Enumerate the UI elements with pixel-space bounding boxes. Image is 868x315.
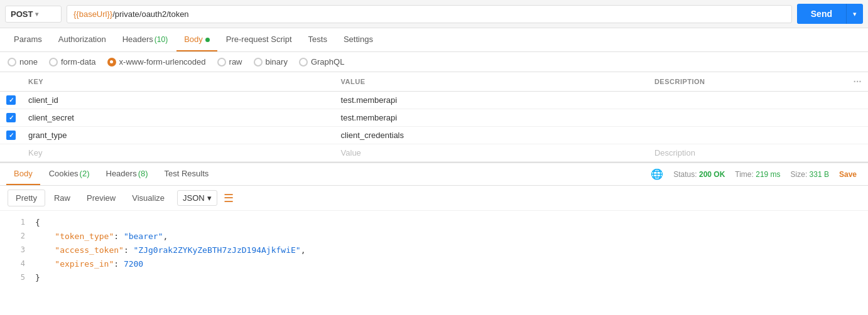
wrap-icon[interactable]: ☰ xyxy=(224,191,234,205)
json-line-5: 5 } xyxy=(0,271,868,285)
json-line-2: 2 "token_type": "bearer", xyxy=(0,230,868,243)
placeholder-row: Key Value Description xyxy=(0,144,868,162)
table-row: grant_type client_credentials xyxy=(0,127,868,144)
response-tab-body[interactable]: Body xyxy=(6,163,40,185)
more-icon[interactable]: ··· xyxy=(854,77,862,87)
tab-body[interactable]: Body xyxy=(176,28,217,51)
save-link[interactable]: Save xyxy=(839,170,857,179)
placeholder-desc[interactable]: Description xyxy=(648,144,847,162)
table-row: client_id test.memberapi xyxy=(0,92,868,109)
col-value-header: VALUE xyxy=(335,72,648,92)
row2-value[interactable]: test.memberapi xyxy=(335,109,648,127)
json-line-3: 3 "access_token": "ZJg0rak2ZYKyZeBTH7zJz… xyxy=(0,243,868,257)
radio-raw-circle xyxy=(217,58,226,67)
request-tabs: Params Authorization Headers(10) Body Pr… xyxy=(0,28,868,52)
method-label: POST xyxy=(11,9,33,19)
send-dropdown-button[interactable]: ▾ xyxy=(846,4,863,24)
response-tabs: Body Cookies(2) Headers(8) Test Results … xyxy=(0,163,868,186)
row3-more xyxy=(847,127,868,144)
row2-desc xyxy=(648,109,847,127)
radio-none-circle xyxy=(8,58,16,67)
url-template: {{baseUrl}} xyxy=(73,9,112,19)
format-row: Pretty Raw Preview Visualize JSON ▾ ☰ xyxy=(0,186,868,211)
size-value: 331 B xyxy=(810,170,829,179)
radio-none[interactable]: none xyxy=(8,57,38,67)
radio-binary[interactable]: binary xyxy=(254,57,288,67)
method-dropdown-arrow: ▾ xyxy=(35,11,38,18)
body-dot xyxy=(205,38,210,42)
response-section: Body Cookies(2) Headers(8) Test Results … xyxy=(0,162,868,290)
col-desc-header: DESCRIPTION xyxy=(648,72,847,92)
row1-more xyxy=(847,92,868,109)
radio-graphql-circle xyxy=(299,58,308,67)
time-value: 219 ms xyxy=(756,170,780,179)
method-select[interactable]: POST ▾ xyxy=(5,6,62,23)
fmt-tab-raw[interactable]: Raw xyxy=(46,190,78,206)
col-check-header xyxy=(0,72,22,92)
fmt-tab-preview[interactable]: Preview xyxy=(79,190,123,206)
row1-check[interactable] xyxy=(6,95,16,105)
row2-key[interactable]: client_secret xyxy=(22,109,335,127)
json-line-1: 1 { xyxy=(0,216,868,230)
tab-authorization[interactable]: Authorization xyxy=(51,28,114,51)
tab-params[interactable]: Params xyxy=(6,28,50,51)
send-button[interactable]: Send xyxy=(797,4,846,24)
row3-desc xyxy=(648,127,847,144)
row1-key[interactable]: client_id xyxy=(22,92,335,109)
send-button-group: Send ▾ xyxy=(797,4,863,24)
row2-check[interactable] xyxy=(6,113,16,122)
radio-x-www-form-urlencoded[interactable]: x-www-form-urlencoded xyxy=(107,57,206,67)
url-input[interactable]: {{baseUrl}}/private/oauth2/token xyxy=(67,5,792,23)
tab-tests[interactable]: Tests xyxy=(301,28,335,51)
radio-urlencoded-circle xyxy=(107,58,116,67)
body-type-row: none form-data x-www-form-urlencoded raw… xyxy=(0,52,868,72)
placeholder-key[interactable]: Key xyxy=(22,144,335,162)
row1-desc xyxy=(648,92,847,109)
row3-check[interactable] xyxy=(6,131,16,140)
placeholder-value[interactable]: Value xyxy=(335,144,648,162)
format-select-value: JSON xyxy=(183,193,205,203)
row3-key[interactable]: grant_type xyxy=(22,127,335,144)
response-tab-cookies[interactable]: Cookies(2) xyxy=(41,163,97,185)
status-value: 200 OK xyxy=(699,170,725,179)
params-table: KEY VALUE DESCRIPTION ··· client_id test… xyxy=(0,72,868,162)
tab-settings[interactable]: Settings xyxy=(336,28,381,51)
col-more-header: ··· xyxy=(847,72,868,92)
response-tab-test-results[interactable]: Test Results xyxy=(157,163,217,185)
json-viewer: 1 { 2 "token_type": "bearer", 3 "access_… xyxy=(0,211,868,290)
response-tab-headers[interactable]: Headers(8) xyxy=(99,163,156,185)
format-select-arrow: ▾ xyxy=(207,193,212,203)
json-line-4: 4 "expires_in": 7200 xyxy=(0,257,868,271)
fmt-tab-pretty[interactable]: Pretty xyxy=(8,190,45,206)
radio-binary-circle xyxy=(254,58,263,67)
radio-raw[interactable]: raw xyxy=(217,57,242,67)
format-select[interactable]: JSON ▾ xyxy=(177,190,217,206)
row1-value[interactable]: test.memberapi xyxy=(335,92,648,109)
size-label: Size: 331 B xyxy=(791,170,829,179)
tab-headers[interactable]: Headers(10) xyxy=(115,28,175,51)
table-row: client_secret test.memberapi xyxy=(0,109,868,127)
placeholder-more xyxy=(847,144,868,162)
tab-pre-request[interactable]: Pre-request Script xyxy=(219,28,300,51)
row2-more xyxy=(847,109,868,127)
radio-graphql[interactable]: GraphQL xyxy=(299,57,344,67)
time-label: Time: 219 ms xyxy=(735,170,780,179)
top-bar: POST ▾ {{baseUrl}}/private/oauth2/token … xyxy=(0,0,868,28)
radio-form-data[interactable]: form-data xyxy=(49,57,96,67)
globe-icon: 🌐 xyxy=(651,168,663,180)
response-status-bar: 🌐 Status: 200 OK Time: 219 ms Size: 331 … xyxy=(651,168,862,180)
fmt-tab-visualize[interactable]: Visualize xyxy=(124,190,172,206)
url-path: /private/oauth2/token xyxy=(112,9,188,19)
radio-form-data-circle xyxy=(49,58,58,67)
row3-value[interactable]: client_credentials xyxy=(335,127,648,144)
status-label: Status: 200 OK xyxy=(673,170,725,179)
col-key-header: KEY xyxy=(22,72,335,92)
